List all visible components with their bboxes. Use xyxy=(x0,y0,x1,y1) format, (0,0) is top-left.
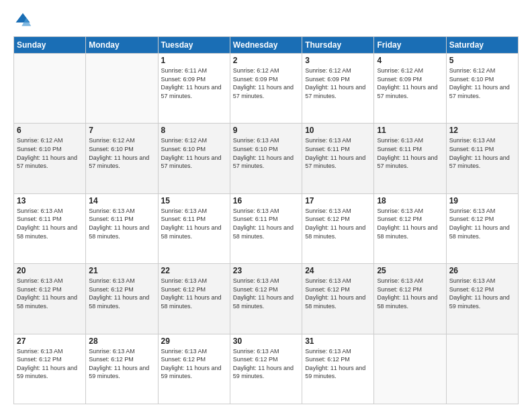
day-number: 1 xyxy=(161,56,227,65)
cell-info: Sunrise: 6:13 AM Sunset: 6:12 PM Dayligh… xyxy=(161,277,227,310)
calendar-cell: 29Sunrise: 6:13 AM Sunset: 6:12 PM Dayli… xyxy=(158,334,230,404)
cell-info: Sunrise: 6:13 AM Sunset: 6:12 PM Dayligh… xyxy=(89,277,154,310)
calendar-cell: 6Sunrise: 6:12 AM Sunset: 6:10 PM Daylig… xyxy=(14,124,86,193)
calendar-cell: 4Sunrise: 6:12 AM Sunset: 6:09 PM Daylig… xyxy=(374,54,446,124)
day-number: 26 xyxy=(449,266,515,275)
calendar-cell: 11Sunrise: 6:13 AM Sunset: 6:11 PM Dayli… xyxy=(374,124,446,193)
calendar-cell: 17Sunrise: 6:13 AM Sunset: 6:12 PM Dayli… xyxy=(302,193,374,263)
calendar-cell: 15Sunrise: 6:13 AM Sunset: 6:11 PM Dayli… xyxy=(158,193,230,263)
calendar-body: 1Sunrise: 6:11 AM Sunset: 6:09 PM Daylig… xyxy=(14,54,519,404)
calendar-cell: 10Sunrise: 6:13 AM Sunset: 6:11 PM Dayli… xyxy=(302,124,374,193)
header-row: SundayMondayTuesdayWednesdayThursdayFrid… xyxy=(14,37,519,54)
calendar-cell: 9Sunrise: 6:13 AM Sunset: 6:10 PM Daylig… xyxy=(230,124,302,193)
calendar-cell: 26Sunrise: 6:13 AM Sunset: 6:12 PM Dayli… xyxy=(446,264,518,334)
day-number: 10 xyxy=(305,126,371,135)
calendar-table: SundayMondayTuesdayWednesdayThursdayFrid… xyxy=(13,36,519,404)
cell-info: Sunrise: 6:12 AM Sunset: 6:09 PM Dayligh… xyxy=(377,66,443,100)
day-number: 25 xyxy=(377,266,443,275)
cell-info: Sunrise: 6:13 AM Sunset: 6:12 PM Dayligh… xyxy=(89,347,154,381)
cell-info: Sunrise: 6:13 AM Sunset: 6:12 PM Dayligh… xyxy=(377,277,443,310)
cell-info: Sunrise: 6:13 AM Sunset: 6:11 PM Dayligh… xyxy=(377,136,443,170)
day-number: 23 xyxy=(233,266,299,275)
day-number: 14 xyxy=(89,196,154,205)
day-number: 22 xyxy=(161,266,227,275)
header-cell-monday: Monday xyxy=(86,37,158,54)
calendar-cell: 18Sunrise: 6:13 AM Sunset: 6:12 PM Dayli… xyxy=(374,193,446,263)
day-number: 5 xyxy=(449,56,515,65)
day-number: 31 xyxy=(305,336,371,346)
calendar-cell: 1Sunrise: 6:11 AM Sunset: 6:09 PM Daylig… xyxy=(158,54,230,124)
cell-info: Sunrise: 6:13 AM Sunset: 6:12 PM Dayligh… xyxy=(377,207,443,240)
calendar-cell: 23Sunrise: 6:13 AM Sunset: 6:12 PM Dayli… xyxy=(230,264,302,334)
day-number: 24 xyxy=(305,266,371,275)
cell-info: Sunrise: 6:13 AM Sunset: 6:11 PM Dayligh… xyxy=(17,207,83,240)
logo xyxy=(13,11,35,30)
day-number: 15 xyxy=(161,196,227,205)
cell-info: Sunrise: 6:12 AM Sunset: 6:10 PM Dayligh… xyxy=(161,136,227,170)
cell-info: Sunrise: 6:13 AM Sunset: 6:12 PM Dayligh… xyxy=(233,347,299,381)
day-number: 29 xyxy=(161,336,227,346)
calendar-cell: 19Sunrise: 6:13 AM Sunset: 6:12 PM Dayli… xyxy=(446,193,518,263)
calendar-cell: 16Sunrise: 6:13 AM Sunset: 6:11 PM Dayli… xyxy=(230,193,302,263)
calendar-cell: 13Sunrise: 6:13 AM Sunset: 6:11 PM Dayli… xyxy=(14,193,86,263)
week-row-2: 6Sunrise: 6:12 AM Sunset: 6:10 PM Daylig… xyxy=(14,124,519,193)
cell-info: Sunrise: 6:13 AM Sunset: 6:12 PM Dayligh… xyxy=(17,347,83,381)
cell-info: Sunrise: 6:13 AM Sunset: 6:11 PM Dayligh… xyxy=(161,207,227,240)
day-number: 19 xyxy=(449,196,515,205)
cell-info: Sunrise: 6:13 AM Sunset: 6:12 PM Dayligh… xyxy=(305,277,371,310)
calendar-cell xyxy=(374,334,446,404)
day-number: 21 xyxy=(89,266,154,275)
calendar-cell: 12Sunrise: 6:13 AM Sunset: 6:11 PM Dayli… xyxy=(446,124,518,193)
cell-info: Sunrise: 6:12 AM Sunset: 6:10 PM Dayligh… xyxy=(17,136,83,170)
day-number: 16 xyxy=(233,196,299,205)
day-number: 13 xyxy=(17,196,83,205)
day-number: 2 xyxy=(233,56,299,65)
calendar-cell xyxy=(86,54,158,124)
cell-info: Sunrise: 6:13 AM Sunset: 6:11 PM Dayligh… xyxy=(305,136,371,170)
day-number: 27 xyxy=(17,336,83,346)
calendar-cell: 20Sunrise: 6:13 AM Sunset: 6:12 PM Dayli… xyxy=(14,264,86,334)
header-cell-friday: Friday xyxy=(374,37,446,54)
calendar-cell: 2Sunrise: 6:12 AM Sunset: 6:09 PM Daylig… xyxy=(230,54,302,124)
header-cell-tuesday: Tuesday xyxy=(158,37,230,54)
day-number: 6 xyxy=(17,126,83,135)
day-number: 18 xyxy=(377,196,443,205)
day-number: 12 xyxy=(449,126,515,135)
calendar-cell: 27Sunrise: 6:13 AM Sunset: 6:12 PM Dayli… xyxy=(14,334,86,404)
day-number: 9 xyxy=(233,126,299,135)
cell-info: Sunrise: 6:13 AM Sunset: 6:12 PM Dayligh… xyxy=(449,277,515,310)
cell-info: Sunrise: 6:12 AM Sunset: 6:10 PM Dayligh… xyxy=(89,136,154,170)
calendar-cell: 14Sunrise: 6:13 AM Sunset: 6:11 PM Dayli… xyxy=(86,193,158,263)
calendar-cell: 8Sunrise: 6:12 AM Sunset: 6:10 PM Daylig… xyxy=(158,124,230,193)
day-number: 17 xyxy=(305,196,371,205)
cell-info: Sunrise: 6:13 AM Sunset: 6:11 PM Dayligh… xyxy=(233,207,299,240)
week-row-1: 1Sunrise: 6:11 AM Sunset: 6:09 PM Daylig… xyxy=(14,54,519,124)
day-number: 3 xyxy=(305,56,371,65)
cell-info: Sunrise: 6:11 AM Sunset: 6:09 PM Dayligh… xyxy=(161,66,227,100)
cell-info: Sunrise: 6:13 AM Sunset: 6:12 PM Dayligh… xyxy=(17,277,83,310)
calendar-cell xyxy=(446,334,518,404)
calendar-cell: 7Sunrise: 6:12 AM Sunset: 6:10 PM Daylig… xyxy=(86,124,158,193)
week-row-3: 13Sunrise: 6:13 AM Sunset: 6:11 PM Dayli… xyxy=(14,193,519,263)
day-number: 11 xyxy=(377,126,443,135)
calendar-cell: 30Sunrise: 6:13 AM Sunset: 6:12 PM Dayli… xyxy=(230,334,302,404)
calendar-cell: 25Sunrise: 6:13 AM Sunset: 6:12 PM Dayli… xyxy=(374,264,446,334)
cell-info: Sunrise: 6:13 AM Sunset: 6:12 PM Dayligh… xyxy=(233,277,299,310)
cell-info: Sunrise: 6:12 AM Sunset: 6:09 PM Dayligh… xyxy=(305,66,371,100)
calendar-cell: 28Sunrise: 6:13 AM Sunset: 6:12 PM Dayli… xyxy=(86,334,158,404)
cell-info: Sunrise: 6:13 AM Sunset: 6:11 PM Dayligh… xyxy=(89,207,154,240)
calendar-cell: 21Sunrise: 6:13 AM Sunset: 6:12 PM Dayli… xyxy=(86,264,158,334)
week-row-5: 27Sunrise: 6:13 AM Sunset: 6:12 PM Dayli… xyxy=(14,334,519,404)
calendar-cell: 24Sunrise: 6:13 AM Sunset: 6:12 PM Dayli… xyxy=(302,264,374,334)
day-number: 20 xyxy=(17,266,83,275)
header-cell-sunday: Sunday xyxy=(14,37,86,54)
calendar-cell: 31Sunrise: 6:13 AM Sunset: 6:12 PM Dayli… xyxy=(302,334,374,404)
day-number: 28 xyxy=(89,336,154,346)
day-number: 8 xyxy=(161,126,227,135)
calendar-cell: 3Sunrise: 6:12 AM Sunset: 6:09 PM Daylig… xyxy=(302,54,374,124)
cell-info: Sunrise: 6:13 AM Sunset: 6:10 PM Dayligh… xyxy=(233,136,299,170)
cell-info: Sunrise: 6:13 AM Sunset: 6:12 PM Dayligh… xyxy=(161,347,227,381)
header-cell-thursday: Thursday xyxy=(302,37,374,54)
header-cell-saturday: Saturday xyxy=(446,37,518,54)
cell-info: Sunrise: 6:12 AM Sunset: 6:10 PM Dayligh… xyxy=(449,66,515,100)
